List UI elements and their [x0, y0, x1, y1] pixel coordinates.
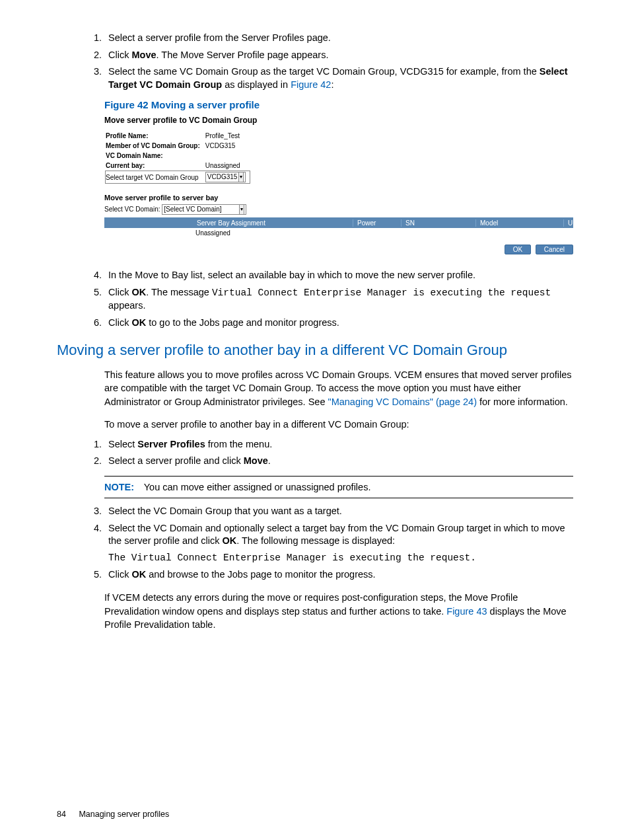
figure-43-link[interactable]: Figure 43	[446, 606, 487, 617]
step-b1: Select Server Profiles from the menu.	[104, 438, 573, 451]
chevron-down-icon: ▾	[238, 172, 244, 182]
step-4: In the Move to Bay list, select an avail…	[104, 269, 573, 282]
steps-list-mid: In the Move to Bay list, select an avail…	[57, 269, 573, 329]
step-1: Select a server profile from the Server …	[104, 32, 573, 45]
note-text: You can move either assigned or unassign…	[144, 482, 371, 492]
paragraph-1: This feature allows you to move profiles…	[104, 368, 573, 408]
note-label: NOTE:	[104, 480, 141, 494]
chevron-down-icon: ▾	[239, 204, 244, 215]
steps-list-top: Select a server profile from the Server …	[57, 32, 573, 91]
select-target-dropdown[interactable]: VCDG315▾	[205, 172, 246, 182]
paragraph-3: If VCEM detects any errors during the mo…	[104, 591, 573, 631]
steps-list-bottom-2: Select the VC Domain Group that you want…	[57, 505, 573, 582]
assignment-table-row: Unassigned	[104, 228, 573, 238]
step-3: Select the same VC Domain Group as the t…	[104, 65, 573, 91]
page-number: 84	[57, 810, 66, 819]
paragraph-2: To move a server profile to another bay …	[104, 418, 573, 431]
step-b2: Select a server profile and click Move.	[104, 455, 573, 468]
step-5: Click OK. The message Virtual Connect En…	[104, 286, 573, 313]
steps-list-bottom-1: Select Server Profiles from the menu. Se…	[57, 438, 573, 468]
step-2: Click Move. The Move Server Profile page…	[104, 49, 573, 62]
note-block: NOTE: You can move either assigned or un…	[104, 476, 573, 498]
figure-caption: Figure 42 Moving a server profile	[104, 99, 573, 110]
cancel-button[interactable]: Cancel	[536, 245, 573, 254]
managing-vc-domains-link[interactable]: "Managing VC Domains" (page 24)	[328, 397, 477, 407]
figure-42-link[interactable]: Figure 42	[291, 79, 331, 90]
ok-button[interactable]: OK	[505, 245, 531, 254]
figure-42: Move server profile to VC Domain Group P…	[104, 116, 573, 254]
figure-subtitle: Move server profile to server bay	[104, 194, 573, 202]
step-b3: Select the VC Domain Group that you want…	[104, 505, 573, 518]
figure-title: Move server profile to VC Domain Group	[104, 116, 573, 125]
step-6: Click OK to go to the Jobs page and moni…	[104, 317, 573, 330]
profile-info-table: Profile Name:Profile_Test Member of VC D…	[104, 130, 251, 184]
assignment-table-header: Server Bay Assignment Power SN Model UID	[104, 217, 573, 228]
select-target-label: Select target VC Domain Group	[106, 171, 204, 183]
step-b4: Select the VC Domain and optionally sele…	[104, 522, 573, 565]
select-vc-domain-dropdown[interactable]: [Select VC Domain] ▾	[162, 204, 246, 215]
page-footer: 84 Managing server profiles	[57, 810, 169, 819]
footer-title: Managing server profiles	[79, 810, 169, 819]
step-b5: Click OK and browse to the Jobs page to …	[104, 568, 573, 582]
document-page: Select a server profile from the Server …	[0, 0, 630, 840]
section-heading: Moving a server profile to another bay i…	[57, 342, 573, 359]
